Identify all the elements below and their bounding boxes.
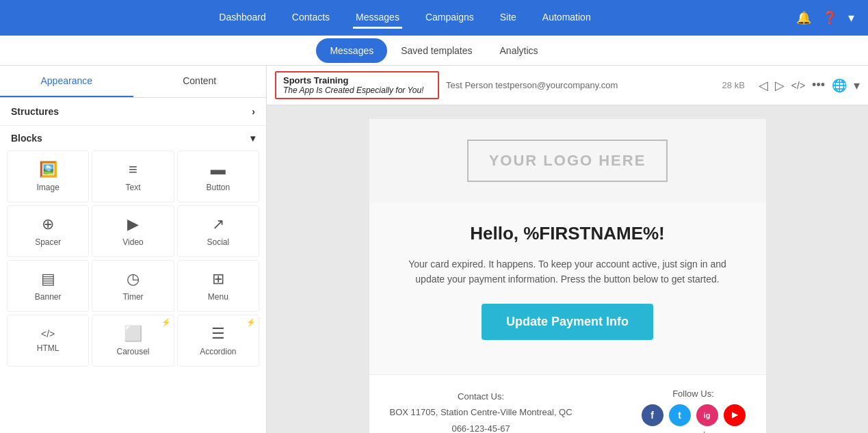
toolbar-chevron-icon[interactable]: ▾ bbox=[854, 78, 860, 93]
nav-automation[interactable]: Automation bbox=[540, 8, 594, 29]
image-icon: 🖼️ bbox=[39, 161, 57, 179]
block-menu[interactable]: ⊞ Menu bbox=[177, 260, 259, 312]
block-image[interactable]: 🖼️ Image bbox=[7, 150, 89, 202]
nav-campaigns[interactable]: Campaigns bbox=[423, 8, 477, 29]
footer-address: BOX 11705, Station Centre-Ville Montreal… bbox=[390, 404, 573, 420]
accordion-icon: ☰ bbox=[211, 325, 225, 343]
carousel-icon: ⬜ bbox=[124, 325, 142, 343]
block-spacer[interactable]: ⊕ Spacer bbox=[7, 205, 89, 257]
social-icon: ↗ bbox=[212, 215, 224, 233]
email-toolbar-icons: ◁ ▷ </> ••• 🌐 ▾ bbox=[759, 78, 860, 93]
blocks-label: Blocks bbox=[11, 133, 42, 144]
block-spacer-label: Spacer bbox=[35, 237, 61, 247]
block-banner[interactable]: ▤ Banner bbox=[7, 260, 89, 312]
bell-icon[interactable]: 🔔 bbox=[796, 10, 811, 25]
footer-contact-label: Contact Us: bbox=[390, 389, 573, 404]
social-icons: f t ig ▶ bbox=[642, 404, 746, 426]
block-video-label: Video bbox=[122, 237, 143, 247]
blocks-header: Blocks ▾ bbox=[0, 126, 266, 148]
toolbar-globe-icon[interactable]: 🌐 bbox=[832, 78, 847, 93]
nav-messages[interactable]: Messages bbox=[353, 8, 402, 29]
email-size: 28 kB bbox=[722, 80, 745, 90]
block-carousel[interactable]: ⬜ Carousel ⚡ bbox=[92, 315, 174, 367]
update-payment-button[interactable]: Update Payment Info bbox=[482, 304, 653, 340]
block-banner-label: Banner bbox=[35, 292, 62, 302]
carousel-badge-icon: ⚡ bbox=[161, 318, 171, 327]
block-carousel-label: Carousel bbox=[116, 347, 149, 356]
video-icon: ▶ bbox=[127, 215, 139, 233]
toolbar-forward-icon[interactable]: ▷ bbox=[775, 78, 785, 93]
footer-social: Follow Us: f t ig ▶ www.example.com bbox=[642, 389, 746, 433]
block-accordion-label: Accordion bbox=[200, 347, 236, 356]
blocks-collapse-icon[interactable]: ▾ bbox=[250, 133, 255, 144]
email-preview: YOUR LOGO HERE Hello, %FIRSTNAME%! Your … bbox=[267, 105, 868, 433]
tab-content[interactable]: Content bbox=[133, 66, 267, 97]
structures-label: Structures bbox=[11, 106, 59, 117]
email-header-bar: Sports Training The App Is Created Espec… bbox=[267, 66, 868, 105]
text-icon: ≡ bbox=[129, 161, 137, 179]
toolbar-back-icon[interactable]: ◁ bbox=[759, 78, 768, 93]
account-chevron-icon[interactable]: ▾ bbox=[848, 10, 854, 25]
structures-arrow-icon: › bbox=[252, 106, 255, 117]
html-icon: </> bbox=[41, 328, 55, 339]
email-subject-subtitle: The App Is Created Especially for You! bbox=[283, 86, 431, 95]
structures-row[interactable]: Structures › bbox=[0, 98, 266, 126]
block-text[interactable]: ≡ Text bbox=[92, 150, 174, 202]
footer-follow-label: Follow Us: bbox=[642, 389, 746, 399]
top-navigation: Dashboard Contacts Messages Campaigns Si… bbox=[0, 0, 868, 36]
button-icon: ▬ bbox=[211, 161, 226, 179]
block-image-label: Image bbox=[36, 183, 59, 192]
nav-links: Dashboard Contacts Messages Campaigns Si… bbox=[14, 8, 796, 29]
subnav-saved-templates[interactable]: Saved templates bbox=[387, 38, 486, 63]
email-content-area: Hello, %FIRSTNAME%! Your card expired. I… bbox=[369, 202, 766, 374]
nav-dashboard[interactable]: Dashboard bbox=[216, 8, 269, 29]
help-icon[interactable]: ❓ bbox=[822, 10, 837, 25]
block-html-label: HTML bbox=[37, 343, 60, 353]
email-greeting: Hello, %FIRSTNAME%! bbox=[397, 223, 739, 244]
email-recipient: Test Person testperson@yourcompany.com bbox=[446, 80, 715, 90]
menu-icon: ⊞ bbox=[212, 270, 224, 288]
nav-icons: 🔔 ❓ ▾ bbox=[796, 10, 854, 25]
email-body-text: Your card expired. It happens. To keep y… bbox=[397, 257, 739, 287]
logo-placeholder: YOUR LOGO HERE bbox=[467, 140, 668, 182]
nav-site[interactable]: Site bbox=[497, 8, 519, 29]
facebook-icon[interactable]: f bbox=[642, 404, 663, 426]
tab-appearance[interactable]: Appearance bbox=[0, 66, 133, 97]
block-menu-label: Menu bbox=[208, 292, 228, 302]
blocks-grid: 🖼️ Image ≡ Text ▬ Button ⊕ Spacer ▶ Vide… bbox=[0, 148, 266, 369]
accordion-badge-icon: ⚡ bbox=[246, 318, 256, 327]
main-layout: Appearance Content Structures › Blocks ▾… bbox=[0, 66, 868, 433]
subnav-messages[interactable]: Messages bbox=[316, 38, 387, 63]
sub-navigation: Messages Saved templates Analytics bbox=[0, 36, 868, 66]
block-button[interactable]: ▬ Button bbox=[177, 150, 259, 202]
footer-website-link[interactable]: www.example.com bbox=[642, 430, 746, 433]
timer-icon: ◷ bbox=[127, 270, 140, 288]
block-timer[interactable]: ◷ Timer bbox=[92, 260, 174, 312]
email-body: YOUR LOGO HERE Hello, %FIRSTNAME%! Your … bbox=[369, 119, 766, 419]
block-text-label: Text bbox=[125, 183, 140, 192]
footer-contact: Contact Us: BOX 11705, Station Centre-Vi… bbox=[390, 389, 573, 433]
block-html[interactable]: </> HTML bbox=[7, 315, 89, 367]
email-subject-title: Sports Training bbox=[283, 75, 431, 86]
nav-contacts[interactable]: Contacts bbox=[289, 8, 332, 29]
spacer-icon: ⊕ bbox=[42, 215, 54, 233]
block-social[interactable]: ↗ Social bbox=[177, 205, 259, 257]
block-accordion[interactable]: ☰ Accordion ⚡ bbox=[177, 315, 259, 367]
youtube-icon[interactable]: ▶ bbox=[724, 404, 746, 426]
footer-phone1: 066-123-45-67 bbox=[390, 421, 573, 433]
right-content: Sports Training The App Is Created Espec… bbox=[267, 66, 868, 433]
block-social-label: Social bbox=[207, 237, 229, 247]
banner-icon: ▤ bbox=[41, 270, 55, 288]
subnav-analytics[interactable]: Analytics bbox=[486, 38, 552, 63]
block-button-label: Button bbox=[206, 183, 230, 192]
block-timer-label: Timer bbox=[122, 292, 143, 302]
block-video[interactable]: ▶ Video bbox=[92, 205, 174, 257]
email-subject-box: Sports Training The App Is Created Espec… bbox=[275, 71, 439, 99]
twitter-icon[interactable]: t bbox=[669, 404, 691, 426]
toolbar-code-icon[interactable]: </> bbox=[791, 80, 805, 91]
panel-tabs: Appearance Content bbox=[0, 66, 266, 98]
instagram-icon[interactable]: ig bbox=[696, 404, 718, 426]
logo-area: YOUR LOGO HERE bbox=[369, 119, 766, 202]
email-footer: Contact Us: BOX 11705, Station Centre-Vi… bbox=[369, 374, 766, 433]
toolbar-more-icon[interactable]: ••• bbox=[812, 78, 825, 92]
